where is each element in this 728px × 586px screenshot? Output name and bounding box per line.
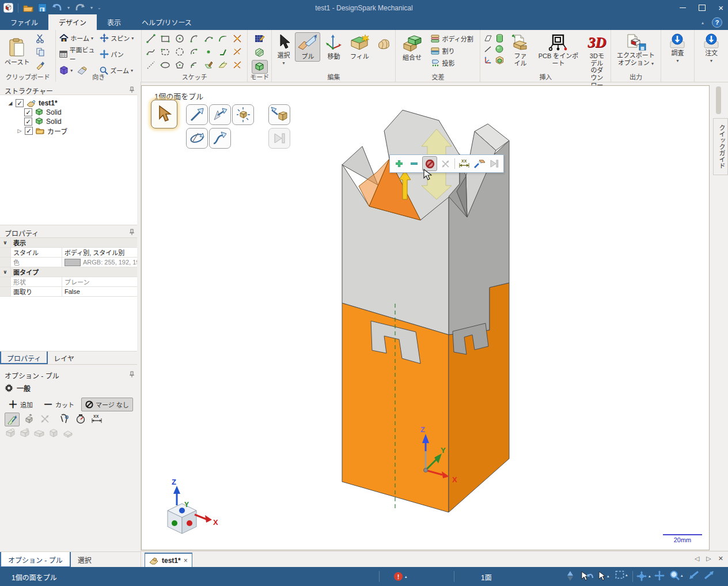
insert-cylinder-icon[interactable] [494, 33, 505, 43]
section-mode-button[interactable] [252, 46, 267, 59]
tab-layers[interactable]: レイヤ [48, 351, 80, 364]
sketch-mirror-icon[interactable] [230, 59, 244, 71]
alert-badge[interactable]: ! [394, 572, 403, 581]
tab-scroll-left-icon[interactable]: ◁ [695, 555, 699, 562]
gauge-icon[interactable] [74, 413, 88, 425]
collapse-ribbon-icon[interactable]: ▴ [702, 20, 704, 25]
tree-item-root[interactable]: ◢ ✓ test1* [0, 99, 137, 108]
plan-view-button[interactable]: 平面ビュー [58, 44, 98, 64]
selection-box-icon[interactable]: ▴ [615, 570, 628, 579]
property-row-chamfer[interactable]: 面取り False [0, 287, 137, 297]
redo-dropdown-icon[interactable]: ▾ [90, 5, 93, 10]
customize-toolbar-icon[interactable]: ⌄ [97, 5, 101, 10]
undo-selection-icon[interactable] [579, 570, 593, 582]
alert-dropdown-icon[interactable]: ▴ [405, 574, 407, 579]
sketch-bend-icon[interactable] [216, 46, 230, 58]
order-button[interactable]: 注文▾ [702, 32, 721, 65]
cut-icon[interactable] [34, 33, 47, 44]
checkbox[interactable]: ✓ [16, 99, 24, 107]
cut-option-button[interactable]: － カット [40, 398, 78, 411]
sketch-corner-arc-icon[interactable] [216, 32, 230, 45]
sketch-circle-icon[interactable] [173, 32, 187, 45]
insert-plane-icon[interactable] [483, 33, 493, 43]
ruler-xx-icon[interactable]: XX [457, 157, 471, 171]
sketch-arrow-sw-icon[interactable] [689, 570, 699, 580]
insert-shell-icon[interactable] [494, 55, 505, 65]
tab-scroll-right-icon[interactable]: ▷ [706, 555, 711, 562]
home-view-button[interactable]: ホーム▾ [58, 33, 98, 43]
help-icon[interactable]: ? [712, 17, 722, 28]
chevron-down-icon[interactable]: ∨ [0, 238, 11, 247]
selection-spinner[interactable] [567, 571, 573, 581]
rotate-tool-button[interactable] [186, 128, 208, 149]
tab-design[interactable]: デザイン [48, 14, 97, 30]
sketch-construction-line-icon[interactable] [144, 59, 158, 71]
cut-icon[interactable] [407, 157, 421, 171]
format-painter-icon[interactable] [34, 59, 47, 71]
property-section-facetype[interactable]: ∨ 面タイプ [0, 267, 137, 277]
pin-icon[interactable] [129, 229, 135, 236]
redo-icon[interactable] [74, 3, 86, 13]
sketch-tangent-arc-icon[interactable] [187, 32, 201, 45]
sketch-offset-arc-icon[interactable] [187, 59, 201, 71]
sweep-tool-button[interactable] [209, 128, 231, 149]
no-merge-option-button[interactable]: マージ なし [81, 398, 133, 411]
tab-view[interactable]: 表示 [97, 14, 131, 30]
pull-button[interactable]: プル [295, 32, 320, 62]
chamfer-cube-icon[interactable] [19, 428, 31, 438]
undo-dropdown-icon[interactable]: ▾ [67, 5, 70, 10]
document-tab[interactable]: test1* × [145, 553, 192, 568]
checkbox[interactable]: ✓ [25, 127, 33, 135]
pan-button[interactable]: パン [98, 44, 139, 64]
expand-icon[interactable]: ◢ [7, 100, 14, 106]
undo-icon[interactable] [51, 3, 63, 13]
fill-button[interactable]: フィル [347, 32, 372, 62]
chamfer-cube-icon[interactable] [33, 428, 45, 438]
property-row-shape[interactable]: 形状 プレーン [0, 277, 137, 287]
view-cube[interactable]: Z Y X [168, 478, 218, 534]
sketch-split-line-icon[interactable] [230, 46, 244, 58]
close-tab-icon[interactable]: × [184, 557, 188, 565]
spin-button[interactable]: スピン▾ [98, 33, 139, 43]
property-row-color[interactable]: 色 ARGB: 255, 192, 192 [0, 258, 137, 267]
tab-options-pull[interactable]: オプション - プル [0, 552, 71, 568]
tree-item-curves[interactable]: ▷ ✓ カーブ [0, 126, 137, 135]
insert-sphere-icon[interactable] [494, 44, 505, 54]
add-option-button[interactable]: ＋ 追加 [5, 398, 36, 411]
sketch-arc-icon[interactable] [187, 46, 201, 58]
both-sides-tool-button[interactable] [232, 104, 254, 125]
chamfer-cube-icon[interactable] [62, 428, 74, 438]
pin-icon[interactable] [129, 86, 135, 93]
select-button[interactable]: 選択▾ [274, 32, 293, 67]
property-section-display[interactable]: ∨ 表示 [0, 238, 137, 248]
tree-item-solid-2[interactable]: ✓ Solid [0, 117, 137, 126]
no-direction-icon[interactable] [438, 157, 452, 171]
paste-button[interactable]: ペースト [2, 37, 32, 67]
collapse-icon[interactable]: ▷ [16, 128, 23, 134]
split-button[interactable]: 割り [429, 46, 474, 56]
move-button[interactable]: 移動 [323, 32, 344, 62]
tree-item-solid-1[interactable]: ✓ Solid [0, 108, 137, 117]
chamfer-cube-icon[interactable] [5, 428, 16, 438]
close-button[interactable]: × [718, 3, 723, 12]
tab-selection[interactable]: 選択 [71, 552, 98, 568]
pin-icon[interactable] [129, 371, 135, 378]
export-options-button[interactable]: エクスポートオプション ▾ [615, 32, 657, 67]
copy-icon[interactable] [34, 46, 47, 58]
select-cursor-icon[interactable]: ▴ [597, 570, 609, 582]
sketch-rectangle-icon[interactable] [158, 32, 172, 45]
pull-direction-tool-button[interactable] [186, 104, 208, 125]
blend-button[interactable] [374, 37, 393, 52]
tab-help-resources[interactable]: ヘルプ/リソース [131, 14, 202, 30]
zoom-icon[interactable]: ▴ [669, 570, 683, 581]
investigate-button[interactable]: 調査▾ [668, 32, 687, 65]
open-folder-icon[interactable] [23, 4, 33, 12]
viewport[interactable]: 1個の面をプル [141, 85, 710, 550]
measure-pull-icon[interactable] [5, 413, 20, 426]
checkbox[interactable]: ✓ [24, 118, 32, 126]
sketch-pencil-icon[interactable] [202, 59, 215, 71]
maximize-button[interactable] [699, 5, 706, 11]
pan-icon[interactable] [654, 570, 665, 581]
insert-axes-icon[interactable] [483, 55, 493, 65]
add-icon[interactable] [392, 157, 406, 171]
